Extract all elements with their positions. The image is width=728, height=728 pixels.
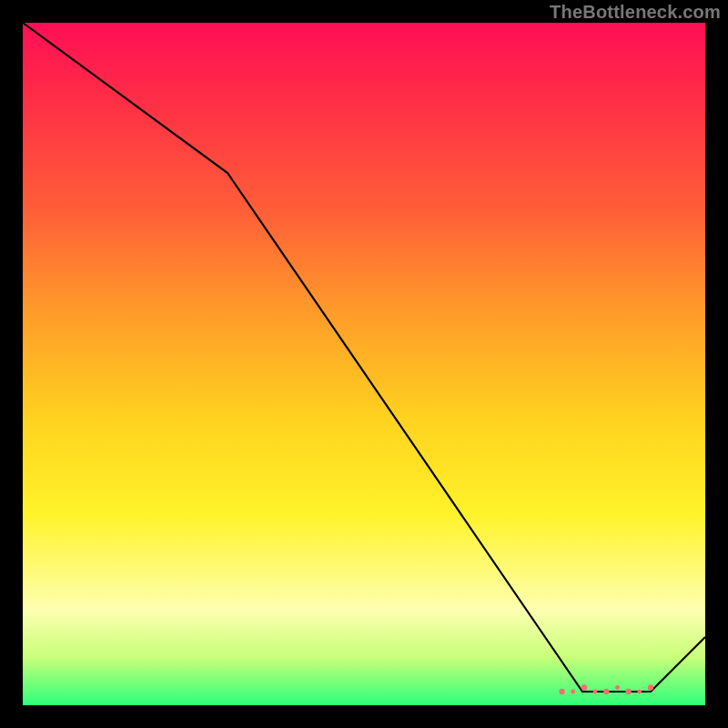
highlight-dot xyxy=(648,684,653,690)
highlight-dot xyxy=(637,690,642,694)
highlight-dot xyxy=(615,685,620,690)
highlight-dot xyxy=(603,689,609,694)
plot-area xyxy=(23,23,705,705)
highlight-dot xyxy=(581,684,587,690)
highlight-dots xyxy=(559,684,653,694)
highlight-dot xyxy=(559,689,564,694)
highlight-dot xyxy=(571,690,575,694)
watermark-text: TheBottleneck.com xyxy=(550,2,721,23)
chart-overlay xyxy=(23,23,705,705)
bottleneck-curve-line xyxy=(23,23,705,692)
chart-frame: TheBottleneck.com xyxy=(0,0,728,728)
highlight-dot xyxy=(593,690,598,694)
highlight-dot xyxy=(625,689,631,694)
